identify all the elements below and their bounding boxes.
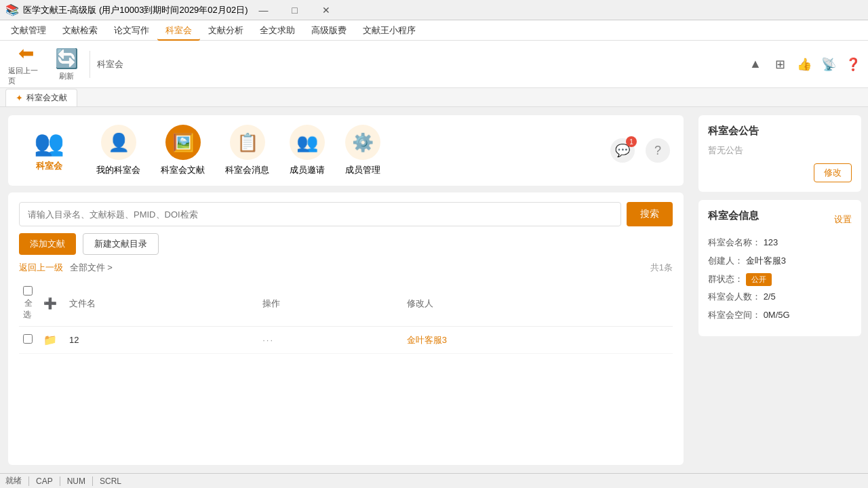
nav-label-my-group: 我的科室会 (96, 164, 140, 176)
nav-icons-right: 💬 1 ? (610, 138, 670, 163)
help-button[interactable]: ? (646, 138, 670, 163)
menu-bar: 文献管理 文献检索 论文写作 科室会 文献分析 全文求助 高级版费 文献王小程序 (0, 20, 868, 41)
grid-view-button[interactable]: ⊞ (770, 55, 789, 74)
menu-item-quanwenqiuzhu[interactable]: 全文求助 (252, 20, 303, 41)
right-panel: 科室会公告 暂无公告 修改 科室会信息 设置 科室会名称： 123 创建人： 金… (692, 107, 868, 473)
col-header-modifier: 修改人 (403, 281, 673, 327)
status-sep-3 (92, 476, 93, 486)
nav-icon-group-doc: 🖼️ (165, 125, 201, 160)
tab-label: 科室会文献 (26, 92, 67, 104)
message-button[interactable]: 💬 1 (610, 138, 635, 163)
edit-notice-button[interactable]: 修改 (814, 163, 852, 182)
nav-icon-member-manage: ⚙️ (345, 125, 380, 160)
select-all-checkbox[interactable] (23, 286, 33, 296)
back-dir-link[interactable]: 返回上一级 (19, 262, 63, 272)
table-row: 📁 12 ··· 金叶客服3 (19, 327, 673, 354)
row-filename[interactable]: 12 (65, 327, 258, 354)
status-scrl: SCRL (100, 476, 121, 486)
info-space-label: 科室会空间： (708, 310, 761, 320)
info-creator-label: 创建人： (708, 256, 743, 266)
col-header-filename: 文件名 (65, 281, 258, 327)
toolbar: ⬅ 返回上一页 🔄 刷新 科室会 ▲ ⊞ 👍 📡 ❓ (0, 41, 868, 88)
add-doc-button[interactable]: 添加文献 (19, 233, 76, 255)
status-ready: 就绪 (5, 475, 22, 487)
title-bar: 📚 医学文献王-高级版 (用户10003到期时间2029年02月02日) — □… (0, 0, 868, 20)
content-box: 搜索 添加文献 新建文献目录 返回上一级 全部文件 > 共1条 (8, 192, 684, 465)
info-count-label: 科室会人数： (708, 291, 761, 302)
info-space-row: 科室会空间： 0M/5G (708, 308, 852, 323)
row-checkbox-cell (19, 327, 39, 354)
settings-link[interactable]: 设置 (834, 214, 852, 226)
nav-icons: 👥 科室会 👤 我的科室会 🖼️ 科室会文献 📋 科室会消息 👥 成员邀请 (8, 115, 684, 186)
menu-item-lunwenxiezuo[interactable]: 论文写作 (106, 20, 157, 41)
row-ops[interactable]: ··· (258, 327, 402, 354)
like-button[interactable]: 👍 (795, 55, 814, 74)
menu-item-kehshihui[interactable]: 科室会 (157, 20, 200, 41)
back-label: 返回上一页 (8, 66, 43, 86)
action-row: 添加文献 新建文献目录 (19, 233, 673, 255)
search-row: 搜索 (19, 202, 673, 226)
refresh-button[interactable]: 🔄 刷新 (46, 43, 87, 85)
search-input[interactable] (19, 202, 621, 226)
close-button[interactable]: ✕ (311, 0, 342, 20)
rss-button[interactable]: 📡 (819, 55, 838, 74)
row-modifier: 金叶客服3 (403, 327, 673, 354)
info-name-label: 科室会名称： (708, 237, 761, 247)
help-toolbar-button[interactable]: ❓ (844, 55, 863, 74)
menu-item-gaojiverfei[interactable]: 高级版费 (303, 20, 355, 41)
left-panel: 👥 科室会 👤 我的科室会 🖼️ 科室会文献 📋 科室会消息 👥 成员邀请 (0, 107, 692, 473)
nav-icon-my-group: 👤 (101, 125, 136, 160)
new-dir-button[interactable]: 新建文献目录 (83, 233, 159, 255)
modifier-link[interactable]: 金叶客服3 (407, 335, 447, 345)
maximize-button[interactable]: □ (279, 0, 311, 20)
info-name-row: 科室会名称： 123 (708, 236, 852, 250)
info-creator-val: 金叶客服3 (746, 256, 786, 266)
nav-label-group-msg: 科室会消息 (225, 164, 269, 176)
nav-item-group-doc[interactable]: 🖼️ 科室会文献 (161, 125, 205, 176)
menu-item-wenliguanli[interactable]: 文献管理 (3, 20, 54, 41)
info-name-val: 123 (764, 237, 778, 247)
nav-item-member-invite[interactable]: 👥 成员邀请 (290, 125, 325, 176)
nav-icon-member-invite: 👥 (290, 125, 325, 160)
row-icon-cell: 📁 (39, 327, 65, 354)
menu-item-wenxianwang[interactable]: 文献王小程序 (355, 20, 424, 41)
notice-card: 科室会公告 暂无公告 修改 (698, 115, 861, 192)
menu-item-wenlianjianso[interactable]: 文献检索 (54, 20, 106, 41)
info-title: 科室会信息 (708, 209, 759, 222)
up-button[interactable]: ▲ (746, 55, 765, 74)
folder-icon: 📁 (43, 334, 57, 346)
nav-item-my-group[interactable]: 👤 我的科室会 (96, 125, 140, 176)
refresh-label: 刷新 (59, 71, 74, 81)
ops-dots[interactable]: ··· (262, 335, 274, 345)
tab-icon: ✦ (16, 93, 23, 103)
info-status-label: 群状态： (708, 274, 743, 284)
nav-label-member-manage: 成员管理 (345, 164, 380, 176)
minimize-button[interactable]: — (248, 0, 279, 20)
notice-text: 暂无公告 (708, 144, 852, 157)
status-sep-1 (28, 476, 29, 486)
menu-item-wenxianfenxi[interactable]: 文献分析 (200, 20, 252, 41)
group-label-below: 科室会 (97, 58, 123, 70)
nav-item-member-manage[interactable]: ⚙️ 成员管理 (345, 125, 380, 176)
back-button[interactable]: ⬅ 返回上一页 (5, 43, 46, 85)
add-icon: ➕ (43, 298, 57, 309)
lab-logo: 👥 科室会 (22, 127, 76, 174)
nav-icon-group-msg: 📋 (230, 125, 265, 160)
nav-item-group-msg[interactable]: 📋 科室会消息 (225, 125, 269, 176)
info-creator-row: 创建人： 金叶客服3 (708, 254, 852, 268)
title-text: 医学文献王-高级版 (用户10003到期时间2029年02月02日) (23, 4, 248, 16)
status-bar: 就绪 CAP NUM SCRL (0, 473, 868, 488)
nav-label-member-invite: 成员邀请 (290, 164, 325, 176)
tab-kehshihui-wenxian[interactable]: ✦ 科室会文献 (5, 89, 77, 106)
toolbar-right: ▲ ⊞ 👍 📡 ❓ (746, 55, 863, 74)
lab-logo-icon: 👥 (34, 129, 64, 157)
info-card: 科室会信息 设置 科室会名称： 123 创建人： 金叶客服3 群状态： 公开 科… (698, 200, 861, 336)
total-count: 共1条 (650, 262, 673, 274)
tab-bar: ✦ 科室会文献 (0, 88, 868, 107)
info-count-row: 科室会人数： 2/5 (708, 290, 852, 304)
search-button[interactable]: 搜索 (627, 202, 673, 226)
info-space-val: 0M/5G (764, 310, 790, 320)
main-area: 👥 科室会 👤 我的科室会 🖼️ 科室会文献 📋 科室会消息 👥 成员邀请 (0, 107, 868, 473)
row-checkbox[interactable] (23, 334, 33, 344)
back-icon: ⬅ (18, 42, 34, 64)
